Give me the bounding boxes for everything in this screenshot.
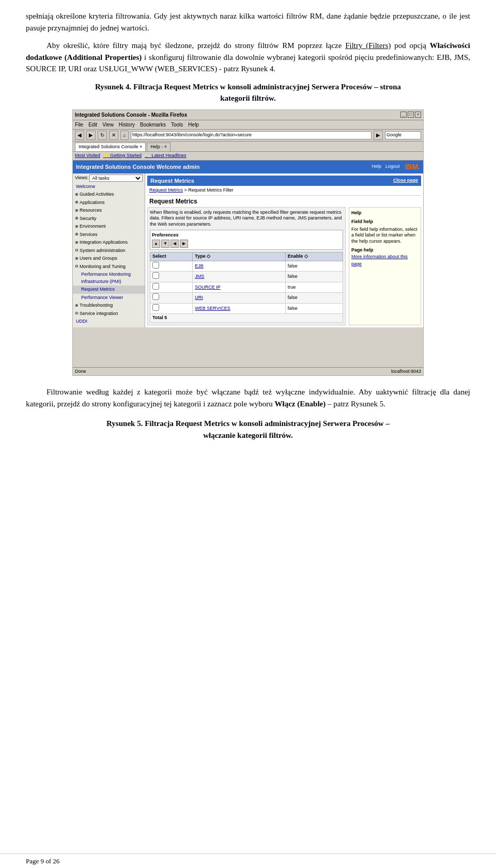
select-jms-checkbox[interactable] — [152, 272, 159, 279]
select-sourceip-checkbox[interactable] — [152, 283, 159, 290]
col-enable[interactable]: Enable ◇ — [285, 252, 343, 261]
status-server: localhost:9043 — [391, 368, 421, 375]
breadcrumb-request-metrics[interactable]: Request Metrics — [149, 187, 183, 193]
page-content: spełniają określone kryteria filtrowania… — [26, 10, 470, 441]
maximize-button[interactable]: □ — [408, 112, 414, 118]
paragraph-3: Filtrowanie według każdej z kategorii mo… — [26, 386, 470, 409]
back-button[interactable]: ◀ — [75, 131, 84, 140]
address-bar[interactable]: https://localhost:9043/ibm/console/login… — [131, 131, 371, 139]
close-page-button[interactable]: Close page — [393, 177, 418, 184]
filter-description: When filtering is enabled, only requests… — [150, 210, 343, 228]
pref-icon-up[interactable]: ▲ — [152, 240, 160, 248]
browser-titlebar: Integrated Solutions Console - Mozilla F… — [73, 110, 423, 120]
sidebar-view-selector: Views: All tasks — [73, 174, 145, 182]
browser-statusbar: Done localhost:9043 — [73, 367, 423, 376]
sidebar-item-integration-apps[interactable]: ⊕ Integration Applications — [73, 239, 145, 247]
google-search-box[interactable]: Google — [385, 131, 421, 139]
select-webservices-checkbox[interactable] — [152, 304, 159, 311]
bottom-text: Filtrowanie według każdej z kategorii mo… — [26, 386, 470, 441]
sidebar-item-services[interactable]: ⊕ Services — [73, 231, 145, 239]
sidebar-item-users-groups[interactable]: ⊕ Users and Groups — [73, 255, 145, 263]
go-button[interactable]: ▶ — [374, 131, 383, 140]
type-uri[interactable]: URI — [193, 293, 285, 304]
sidebar-item-troubleshooting[interactable]: ⊕ Troubleshooting — [73, 302, 145, 310]
sidebar-item-welcome[interactable]: Welcome — [73, 183, 145, 191]
select-cell[interactable] — [150, 303, 193, 314]
type-ejb[interactable]: EJB — [193, 261, 285, 272]
pref-icon-down[interactable]: ▼ — [161, 240, 169, 248]
sidebar-item-sysadmin[interactable]: ⊖ System administration — [73, 247, 145, 255]
table-row: SOURCE IP true — [150, 282, 343, 293]
home-button[interactable]: ⌂ — [120, 131, 129, 140]
table-row: URI false — [150, 293, 343, 304]
views-dropdown[interactable]: All tasks — [89, 175, 143, 182]
bookmark-getting-started[interactable]: ⭐ Getting Started — [103, 152, 142, 160]
sidebar-item-request-metrics[interactable]: Request Metrics — [73, 286, 145, 294]
sidebar: Views: All tasks Welcome ⊕ Guided Activi… — [73, 173, 145, 327]
select-uri-checkbox[interactable] — [152, 293, 159, 300]
menu-history[interactable]: History — [119, 121, 135, 129]
total-cell: Total 5 — [150, 314, 343, 323]
sidebar-item-service-integration[interactable]: ⊖ Service integration — [73, 310, 145, 318]
page-footer: Page 9 of 26 — [0, 854, 496, 869]
sidebar-item-guided-activities[interactable]: ⊕ Guided Activities — [73, 191, 145, 199]
tab-help[interactable]: Help - × — [147, 143, 171, 152]
select-cell[interactable] — [150, 293, 193, 304]
bookmark-latest-headlines[interactable]: 📰 Latest Headlines — [145, 152, 187, 160]
pref-icon-right[interactable]: ▶ — [180, 240, 188, 248]
pref-icon-left[interactable]: ◀ — [171, 240, 179, 248]
browser-window-buttons: _ □ × — [400, 112, 421, 118]
close-button[interactable]: × — [415, 112, 421, 118]
figure5-caption: Rysunek 5. Filtracja Request Metrics w k… — [93, 418, 403, 441]
browser-toolbar: ◀ ▶ ↻ ✕ ⌂ https://localhost:9043/ibm/con… — [73, 130, 423, 141]
p2-mid: pod opcją — [391, 41, 430, 50]
menu-edit[interactable]: Edit — [88, 121, 97, 129]
sidebar-item-performance-viewer[interactable]: Performance Viewer — [73, 294, 145, 302]
sidebar-item-pmi[interactable]: Performance Monitoring Infrastructure (P… — [73, 271, 145, 286]
type-sourceip[interactable]: SOURCE IP — [193, 282, 285, 293]
forward-button[interactable]: ▶ — [86, 131, 96, 140]
page-info: Page 9 of 26 — [26, 857, 59, 865]
browser-tabbar: Integrated Solutions Console × Help - × — [73, 141, 423, 152]
logout-link[interactable]: Logout — [385, 163, 400, 170]
stop-button[interactable]: ✕ — [109, 131, 118, 140]
sidebar-item-resources[interactable]: ⊕ Resources — [73, 207, 145, 215]
select-ejb-checkbox[interactable] — [152, 262, 159, 269]
enable-uri: false — [285, 293, 343, 304]
bookmark-most-visited[interactable]: Most Visited — [75, 152, 100, 160]
enable-jms: false — [285, 272, 343, 282]
type-webservices[interactable]: WEB SERVICES — [193, 303, 285, 314]
sidebar-item-monitoring[interactable]: ⊖ Monitoring and Tuning — [73, 263, 145, 271]
ibm-logo: IBM. — [405, 162, 420, 172]
more-info-link[interactable]: More information about this page — [351, 254, 408, 266]
enable-ejb: false — [285, 261, 343, 272]
reload-button[interactable]: ↻ — [98, 131, 107, 140]
select-cell[interactable] — [150, 282, 193, 293]
p3-bold: Włącz (Enable) — [275, 400, 326, 408]
menu-help[interactable]: Help — [188, 121, 199, 129]
select-cell[interactable] — [150, 272, 193, 282]
tab-integrated-solutions[interactable]: Integrated Solutions Console × — [75, 143, 146, 152]
menu-view[interactable]: View — [102, 121, 114, 129]
menu-tools[interactable]: Tools — [171, 121, 183, 129]
browser-bookmarks: Most Visited ⭐ Getting Started 📰 Latest … — [73, 152, 423, 161]
sidebar-item-applications[interactable]: ⊕ Applications — [73, 199, 145, 207]
app-header: Integrated Solutions Console Welcome adm… — [73, 161, 423, 173]
col-type[interactable]: Type ◇ — [193, 252, 285, 261]
type-jms[interactable]: JMS — [193, 272, 285, 282]
filters-link[interactable]: Filtry (Filters) — [345, 41, 391, 50]
menu-bookmarks[interactable]: Bookmarks — [140, 121, 166, 129]
menu-file[interactable]: File — [75, 121, 83, 129]
app-header-title: Integrated Solutions Console Welcome adm… — [76, 163, 199, 171]
sidebar-item-uddi[interactable]: UDDI — [73, 318, 145, 326]
sidebar-item-security[interactable]: ⊕ Security — [73, 215, 145, 223]
help-link[interactable]: Help — [371, 163, 381, 170]
select-cell[interactable] — [150, 261, 193, 272]
request-metrics-title: Request Metrics — [147, 196, 421, 207]
minimize-button[interactable]: _ — [400, 112, 407, 118]
figure5-label: Rysunek 5. — [106, 419, 143, 428]
browser-title: Integrated Solutions Console - Mozilla F… — [75, 111, 187, 119]
sidebar-item-environment[interactable]: ⊕ Environment — [73, 223, 145, 231]
col-select: Select — [150, 252, 193, 261]
breadcrumb-bar: Request Metrics > Request Metrics Filter — [147, 186, 421, 196]
